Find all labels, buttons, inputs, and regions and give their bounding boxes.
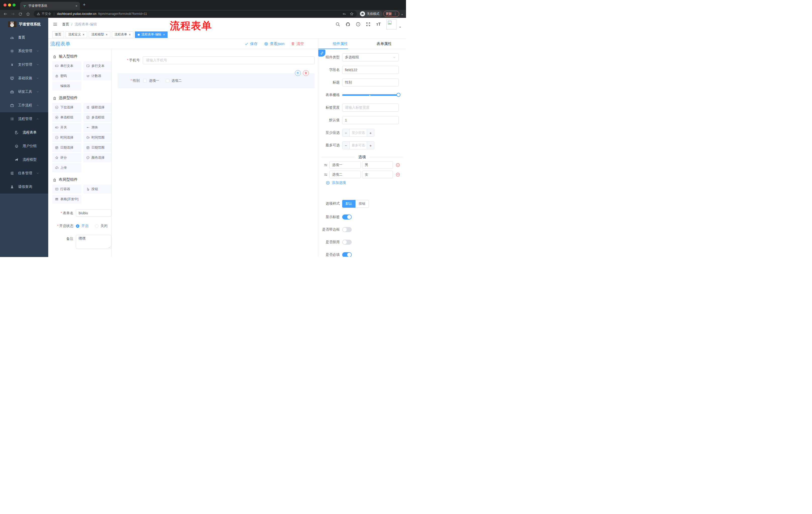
palette-item-上传[interactable]: 上传 <box>52 163 81 172</box>
increase-button[interactable]: + <box>367 129 374 137</box>
是否必填-switch[interactable] <box>342 252 352 257</box>
status-off-radio[interactable]: 关闭 <box>95 224 108 228</box>
macos-zoom-button[interactable] <box>12 3 16 6</box>
tab-close-icon[interactable]: × <box>163 33 165 36</box>
palette-item-表格[开发中][interactable]: 表格[开发中] <box>52 195 81 204</box>
checkbox-icon[interactable] <box>143 79 147 82</box>
palette-item-多选框组[interactable]: 多选框组 <box>83 113 112 122</box>
显示标签-switch[interactable] <box>342 215 352 219</box>
route-tab-流程定义[interactable]: 流程定义× <box>65 31 87 38</box>
tab-close-icon[interactable]: × <box>76 4 77 8</box>
field-name-input[interactable]: field122 <box>342 66 399 74</box>
palette-item-行容器[interactable]: 行容器 <box>52 185 81 194</box>
phone-input[interactable]: 请输入手机号 <box>143 56 315 64</box>
remove-option-button[interactable] <box>396 172 400 177</box>
view-json-button[interactable]: 查看json <box>264 42 284 46</box>
sidebar-item-工作流程[interactable]: 工作流程 <box>0 99 48 112</box>
tab-close-icon[interactable]: × <box>106 33 108 36</box>
gender-checkbox-选项一[interactable]: 选项一 <box>143 78 159 83</box>
palette-item-编辑器[interactable]: 编辑器 <box>52 81 81 90</box>
palette-item-日期范围[interactable]: 日期范围 <box>83 143 112 152</box>
remove-option-button[interactable] <box>396 163 400 167</box>
update-browser-button[interactable]: 更新 <box>383 11 399 17</box>
macos-minimize-button[interactable] <box>8 3 11 6</box>
checkbox-icon[interactable] <box>166 79 169 82</box>
palette-item-开关[interactable]: 开关 <box>52 123 81 132</box>
github-icon[interactable] <box>345 22 350 27</box>
avatar[interactable] <box>386 19 397 29</box>
forward-button[interactable] <box>9 11 16 16</box>
slider-handle[interactable] <box>397 93 401 97</box>
palette-item-时间选择[interactable]: 时间选择 <box>52 133 81 142</box>
back-button[interactable] <box>2 11 8 16</box>
palette-item-密码[interactable]: 密码 <box>52 72 81 80</box>
option-value-input[interactable]: 女 <box>362 171 393 178</box>
palette-item-单行文本[interactable]: 单行文本 <box>52 61 81 71</box>
clear-button[interactable]: 清空 <box>291 42 304 46</box>
bookmark-star-icon[interactable] <box>350 12 354 16</box>
copy-component-button[interactable] <box>295 70 301 76</box>
min-select-input[interactable]: 至少应选 <box>350 129 367 137</box>
home-button[interactable] <box>25 11 31 16</box>
save-button[interactable]: 保存 <box>244 42 258 46</box>
tab-component-props[interactable]: 组件属性 <box>318 39 362 49</box>
是否禁用-switch[interactable] <box>342 240 352 245</box>
palette-item-多行文本[interactable]: 多行文本 <box>83 61 112 71</box>
palette-item-日期选择[interactable]: 日期选择 <box>52 143 81 152</box>
add-option-button[interactable]: 添加选项 <box>326 180 406 185</box>
option-label-input[interactable]: 选项二 <box>329 171 361 178</box>
delete-component-button[interactable] <box>303 70 309 76</box>
gender-checkbox-选项二[interactable]: 选项二 <box>166 78 182 83</box>
increase-button[interactable]: + <box>367 141 374 149</box>
palette-item-颜色选择[interactable]: 颜色选择 <box>83 153 112 162</box>
search-icon[interactable] <box>336 22 340 27</box>
sidebar-item-系统管理[interactable]: 系统管理 <box>0 44 48 58</box>
palette-item-时间范围[interactable]: 时间范围 <box>83 133 112 142</box>
browser-tab[interactable]: 芋道管理系统 × <box>20 2 80 10</box>
form-grid-slider[interactable] <box>342 91 400 99</box>
status-on-radio[interactable]: 开启 <box>76 224 88 228</box>
max-select-input[interactable]: 最多可选 <box>350 141 367 149</box>
drag-handle-icon[interactable] <box>324 163 328 167</box>
route-tab-流程表单[interactable]: 流程表单× <box>112 31 134 38</box>
sidebar-item-首页[interactable]: 首页 <box>0 31 48 44</box>
tab-close-icon[interactable]: × <box>83 33 84 36</box>
tab-form-props[interactable]: 表单属性 <box>362 39 406 49</box>
sidebar-item-流程表单[interactable]: 流程表单 <box>0 126 48 139</box>
style-default-button[interactable]: 默认 <box>342 200 355 208</box>
help-icon[interactable] <box>356 22 360 27</box>
sidebar-item-基础设施[interactable]: 基础设施 <box>0 72 48 85</box>
route-tab-流程模型[interactable]: 流程模型× <box>89 31 110 38</box>
form-name-input[interactable]: biubiu <box>76 209 111 217</box>
option-value-input[interactable]: 男 <box>362 161 393 169</box>
avatar-caret-down-icon[interactable] <box>399 26 402 29</box>
collapse-sidebar-icon[interactable] <box>53 22 58 27</box>
macos-close-button[interactable] <box>3 3 6 6</box>
chrome-caret-down-icon[interactable] <box>401 13 404 16</box>
palette-item-单选框组[interactable]: 单选框组 <box>52 113 81 122</box>
palette-item-计数器[interactable]: 计数器 <box>83 72 112 80</box>
palette-item-滑块[interactable]: 滑块 <box>83 123 112 132</box>
drag-handle-icon[interactable] <box>324 172 328 177</box>
component-type-select[interactable]: 多选框组 <box>342 53 399 61</box>
palette-item-按钮[interactable]: 按钮 <box>83 185 112 194</box>
route-tab-流程表单-编辑[interactable]: 流程表单-编辑× <box>135 31 168 38</box>
sidebar-item-流程管理[interactable]: 流程管理 <box>0 112 48 126</box>
default-value-input[interactable]: 1 <box>342 116 399 124</box>
option-label-input[interactable]: 选项一 <box>329 161 361 169</box>
field-link-tag[interactable] <box>318 50 325 57</box>
palette-item-评分[interactable]: 评分 <box>52 153 81 162</box>
label-width-input[interactable]: 请输入标签宽度 <box>342 104 399 112</box>
remark-textarea[interactable]: 嘿嘿 <box>76 235 111 249</box>
new-tab-button[interactable]: + <box>83 2 86 7</box>
reload-button[interactable] <box>17 11 24 16</box>
是否带边框-switch[interactable] <box>342 227 352 232</box>
address-bar[interactable]: 不安全 | dashboard.yudao.iocoder.cn/bpm/man… <box>34 10 357 17</box>
sidebar-item-流程模型[interactable]: 流程模型 <box>0 153 48 166</box>
selected-gender-component[interactable]: *性别 选项一选项二 <box>118 73 315 88</box>
password-key-icon[interactable] <box>343 12 346 16</box>
sidebar-item-用户分组[interactable]: 用户分组 <box>0 139 48 153</box>
decrease-button[interactable]: − <box>343 141 350 149</box>
browser-menu-icon[interactable] <box>394 12 397 16</box>
tab-close-icon[interactable]: × <box>129 33 130 36</box>
